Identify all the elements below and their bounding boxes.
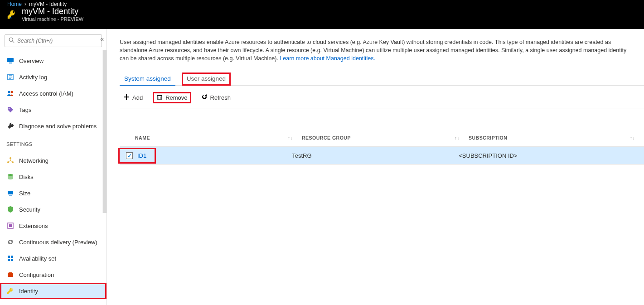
nav-label: Tags <box>19 107 31 113</box>
shield-icon <box>6 206 15 213</box>
nav-label: Size <box>19 190 30 197</box>
nav-extensions[interactable]: Extensions <box>0 218 107 234</box>
nav-label: Availability set <box>19 255 56 262</box>
nav-settings: Networking Disks Size Security Extension… <box>0 150 107 299</box>
svg-rect-4 <box>9 63 12 63</box>
nav-configuration[interactable]: Configuration <box>0 266 107 283</box>
nav-section-settings: SETTINGS <box>0 134 107 150</box>
identity-tabs: System assigned User assigned <box>120 73 644 86</box>
breadcrumb-current: myVM - Identity <box>29 1 67 7</box>
svg-rect-19 <box>9 224 12 227</box>
svg-rect-25 <box>9 272 12 274</box>
table-header: NAME↑↓ RESOURCE GROUP↑↓ SUBSCRIPTION↑↓ <box>120 129 644 147</box>
nav-activity-log[interactable]: Activity log <box>0 69 107 85</box>
ext-icon <box>6 222 15 229</box>
nav-tags[interactable]: Tags <box>0 102 107 118</box>
key-icon <box>6 9 17 20</box>
cd-icon <box>6 238 15 246</box>
sort-icon: ↑↓ <box>630 136 635 140</box>
svg-rect-16 <box>8 191 13 194</box>
sidebar-scrollbar[interactable] <box>102 50 107 213</box>
svg-rect-27 <box>157 95 162 96</box>
svg-rect-21 <box>11 256 13 258</box>
sidebar-search[interactable] <box>5 34 102 47</box>
remove-label: Remove <box>165 94 187 101</box>
people-icon <box>6 90 15 97</box>
nav-label: Diagnose and solve problems <box>19 123 97 130</box>
row-rg: TestRG <box>292 152 311 159</box>
nav-label: Access control (IAM) <box>19 90 73 97</box>
svg-point-9 <box>8 91 10 93</box>
table-row[interactable]: ID1 TestRG <SUBSCRIPTION ID> <box>120 147 644 165</box>
add-button[interactable]: Add <box>120 92 146 103</box>
tab-user-assigned[interactable]: User assigned <box>182 73 231 86</box>
nav-overview[interactable]: Overview <box>0 53 107 69</box>
breadcrumb: Home › myVM - Identity <box>0 0 644 7</box>
row-check-highlight: ID1 <box>118 148 156 164</box>
svg-point-11 <box>9 108 10 109</box>
refresh-icon <box>201 94 208 102</box>
tag-icon <box>6 106 15 113</box>
nav-size[interactable]: Size <box>0 185 107 201</box>
nav-networking[interactable]: Networking <box>0 152 107 169</box>
nav-continuous-delivery[interactable]: Continuous delivery (Preview) <box>0 234 107 250</box>
nav-label: Configuration <box>19 271 54 278</box>
nav-security[interactable]: Security <box>0 201 107 218</box>
trash-icon <box>156 94 163 102</box>
row-checkbox[interactable] <box>126 152 133 159</box>
svg-line-2 <box>13 41 15 43</box>
svg-rect-3 <box>7 58 14 62</box>
log-icon <box>6 73 15 81</box>
col-name[interactable]: NAME↑↓ <box>135 135 302 140</box>
sidebar: « Overview Activity log Access control (… <box>0 29 107 305</box>
nav-label: Extensions <box>19 223 48 229</box>
sidebar-search-input[interactable] <box>17 38 98 44</box>
page-title: myVM - Identity <box>22 7 83 16</box>
col-subscription[interactable]: SUBSCRIPTION↑↓ <box>469 135 644 140</box>
page-header: myVM - Identity Virtual machine - PREVIE… <box>0 7 644 24</box>
learn-more-link[interactable]: Learn more about Managed identities. <box>280 55 375 62</box>
description-text: User assigned managed identities enable … <box>120 38 632 63</box>
collapse-sidebar-button[interactable]: « <box>100 35 104 43</box>
search-icon <box>9 37 15 44</box>
main-content: User assigned managed identities enable … <box>107 29 644 305</box>
size-icon <box>6 189 15 197</box>
col-resource-group[interactable]: RESOURCE GROUP↑↓ <box>302 135 469 140</box>
wrench-icon <box>6 122 15 130</box>
nav-label: Continuous delivery (Preview) <box>19 239 97 246</box>
svg-rect-17 <box>9 195 12 196</box>
nav-identity[interactable]: Identity <box>0 283 107 299</box>
monitor-icon <box>6 57 15 64</box>
svg-point-12 <box>10 157 11 159</box>
breadcrumb-separator: › <box>24 1 26 7</box>
nav-label: Disks <box>19 174 34 180</box>
svg-point-10 <box>11 91 13 93</box>
nav-label: Networking <box>19 157 48 164</box>
breadcrumb-home[interactable]: Home <box>7 1 22 7</box>
refresh-label: Refresh <box>210 94 231 101</box>
svg-rect-23 <box>11 259 13 261</box>
tab-system-assigned[interactable]: System assigned <box>120 73 175 86</box>
nav-label: Activity log <box>19 74 47 81</box>
avail-icon <box>6 255 15 262</box>
identity-table: NAME↑↓ RESOURCE GROUP↑↓ SUBSCRIPTION↑↓ I… <box>120 129 644 165</box>
svg-rect-20 <box>8 256 10 258</box>
config-icon <box>6 271 15 278</box>
remove-button[interactable]: Remove <box>153 92 191 103</box>
page-subtitle: Virtual machine - PREVIEW <box>22 16 83 22</box>
row-sub: <SUBSCRIPTION ID> <box>459 152 517 159</box>
nav-label: Overview <box>19 58 44 64</box>
plus-icon <box>123 94 130 102</box>
disks-icon <box>6 173 15 180</box>
identity-icon <box>6 287 15 295</box>
sort-icon: ↑↓ <box>288 136 293 140</box>
nav-diagnose[interactable]: Diagnose and solve problems <box>0 118 107 134</box>
refresh-button[interactable]: Refresh <box>198 92 235 103</box>
nav-access-control[interactable]: Access control (IAM) <box>0 85 107 102</box>
row-name-link[interactable]: ID1 <box>137 152 146 159</box>
svg-rect-26 <box>158 96 161 100</box>
top-bar: Home › myVM - Identity myVM - Identity V… <box>0 0 644 29</box>
nav-disks[interactable]: Disks <box>0 169 107 185</box>
network-icon <box>6 157 15 164</box>
nav-availability-set[interactable]: Availability set <box>0 250 107 266</box>
